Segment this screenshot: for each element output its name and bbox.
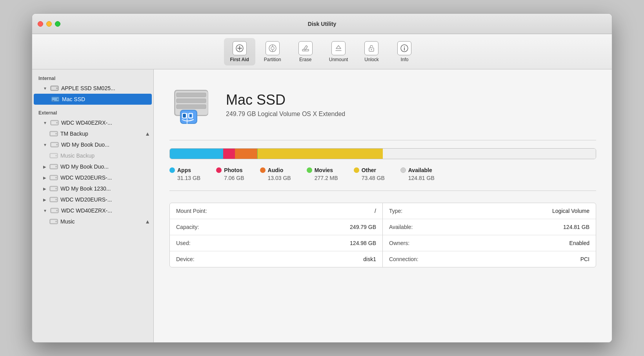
info-col-left: Mount Point: / Capacity: 249.79 GB Used:… bbox=[170, 203, 383, 267]
sidebar: Internal ▼ APPLE SSD SM025... bbox=[32, 69, 154, 342]
sidebar-item-label: WD My Book Duo... bbox=[61, 142, 109, 148]
svg-rect-59 bbox=[183, 114, 186, 118]
available-key: Available: bbox=[389, 224, 413, 230]
sidebar-item-label: TM Backup bbox=[60, 131, 88, 137]
used-val: 124.98 GB bbox=[350, 240, 376, 246]
hard-disk-icon bbox=[49, 163, 58, 170]
traffic-lights bbox=[38, 21, 60, 27]
legend-movies: Movies 277.2 MB bbox=[307, 167, 338, 181]
sidebar-item-wdc-wd40ezrx-1[interactable]: ▼ WDC WD40EZRX-... bbox=[32, 117, 153, 128]
hard-disk-icon bbox=[50, 119, 59, 126]
hard-disk-icon bbox=[49, 174, 58, 181]
sidebar-item-tm-backup[interactable]: TM Backup ▲ bbox=[32, 128, 153, 139]
sidebar-item-wdc-wd20eurs-2[interactable]: ▶ WDC WD20EURS-... bbox=[32, 194, 153, 205]
sidebar-item-label: APPLE SSD SM025... bbox=[61, 85, 115, 91]
svg-point-2 bbox=[271, 47, 274, 50]
volume-icon bbox=[49, 130, 58, 137]
chevron-right-icon: ▶ bbox=[43, 198, 46, 202]
mount-point-val: / bbox=[375, 208, 376, 214]
svg-point-9 bbox=[371, 49, 372, 50]
legend-photos: Photos 7.06 GB bbox=[216, 167, 244, 181]
erase-label: Erase bbox=[299, 57, 311, 62]
external-section-header: External bbox=[32, 108, 153, 117]
chevron-right-icon: ▶ bbox=[43, 176, 46, 180]
storage-legend: Apps 31.13 GB Photos 7.06 GB bbox=[169, 167, 596, 181]
legend-audio: Audio 13.03 GB bbox=[260, 167, 291, 181]
sidebar-item-wd-my-book-duo-1[interactable]: ▼ WD My Book Duo... bbox=[32, 139, 153, 150]
chevron-down-icon: ▼ bbox=[43, 209, 47, 213]
info-row-connection: Connection: PCI bbox=[383, 251, 596, 267]
storage-bar bbox=[169, 148, 596, 159]
info-col-right: Type: Logical Volume Available: 124.81 G… bbox=[383, 203, 596, 267]
svg-rect-52 bbox=[176, 93, 206, 97]
hard-disk-icon bbox=[50, 207, 59, 214]
sidebar-item-wdc-wd40ezrx-2[interactable]: ▼ WDC WD40EZRX-... bbox=[32, 205, 153, 216]
mount-point-key: Mount Point: bbox=[176, 208, 207, 214]
close-button[interactable] bbox=[38, 21, 43, 27]
info-label: Info bbox=[400, 57, 408, 62]
capacity-val: 249.79 GB bbox=[350, 224, 376, 230]
sidebar-item-wd-my-book-1230[interactable]: ▶ WD My Book 1230... bbox=[32, 183, 153, 194]
sidebar-item-music-backup[interactable]: Music Backup bbox=[32, 150, 153, 161]
available-val: 124.81 GB bbox=[563, 224, 589, 230]
unmount-button[interactable]: Unmount bbox=[323, 38, 355, 65]
other-value: 73.48 GB bbox=[354, 175, 385, 181]
hard-disk-icon bbox=[50, 85, 59, 92]
photos-segment bbox=[223, 149, 235, 159]
used-key: Used: bbox=[176, 240, 191, 246]
svg-point-15 bbox=[56, 87, 58, 89]
apps-label: Apps bbox=[177, 167, 191, 173]
movies-value: 277.2 MB bbox=[307, 175, 338, 181]
toolbar: First Aid Partition Erase bbox=[32, 34, 612, 69]
sidebar-item-apple-ssd[interactable]: ▼ APPLE SSD SM025... bbox=[32, 83, 153, 94]
content-panel: Mac SSD 249.79 GB Logical Volume OS X Ex… bbox=[154, 69, 612, 342]
other-label: Other bbox=[362, 167, 376, 173]
audio-value: 13.03 GB bbox=[260, 175, 291, 181]
sidebar-item-music[interactable]: Music ▲ bbox=[32, 216, 153, 227]
audio-dot bbox=[260, 167, 266, 173]
svg-point-34 bbox=[55, 166, 57, 167]
connection-val: PCI bbox=[580, 256, 589, 262]
connection-key: Connection: bbox=[389, 256, 418, 262]
partition-button[interactable]: Partition bbox=[257, 38, 288, 65]
unmount-icon bbox=[331, 41, 346, 55]
first-aid-button[interactable]: First Aid bbox=[224, 38, 255, 65]
sidebar-item-wdc-wd20eurs-1[interactable]: ▶ WDC WD20EURS-... bbox=[32, 172, 153, 183]
info-row-type: Type: Logical Volume bbox=[383, 203, 596, 219]
erase-button[interactable]: Erase bbox=[290, 38, 321, 65]
divider-bottom bbox=[169, 191, 596, 191]
hard-disk-icon bbox=[49, 196, 58, 203]
partition-icon bbox=[266, 41, 280, 55]
sidebar-item-label: Mac SSD bbox=[62, 96, 85, 102]
eject-icon[interactable]: ▲ bbox=[145, 131, 150, 137]
sidebar-item-label: WDC WD20EURS-... bbox=[60, 174, 112, 181]
svg-point-37 bbox=[55, 177, 57, 178]
titlebar: Disk Utility bbox=[32, 14, 612, 34]
svg-point-28 bbox=[56, 144, 58, 145]
hard-disk-icon bbox=[49, 185, 58, 192]
available-dot bbox=[400, 167, 406, 173]
eject-icon[interactable]: ▲ bbox=[145, 218, 150, 225]
minimize-button[interactable] bbox=[46, 21, 52, 27]
svg-rect-53 bbox=[176, 99, 206, 103]
svg-rect-19 bbox=[53, 100, 54, 101]
apps-value: 31.13 GB bbox=[169, 175, 200, 181]
chevron-right-icon: ▶ bbox=[43, 165, 46, 169]
internal-section-header: Internal bbox=[32, 73, 153, 83]
maximize-button[interactable] bbox=[55, 21, 60, 27]
sidebar-item-label: WDC WD40EZRX-... bbox=[61, 207, 112, 214]
main-window: Disk Utility First Aid bbox=[32, 13, 612, 343]
svg-point-31 bbox=[55, 155, 57, 156]
unmount-label: Unmount bbox=[329, 57, 348, 62]
owners-val: Enabled bbox=[569, 240, 589, 246]
info-button[interactable]: Info bbox=[389, 38, 420, 65]
main-area: Internal ▼ APPLE SSD SM025... bbox=[32, 69, 612, 342]
photos-dot bbox=[216, 167, 222, 173]
volume-icon bbox=[51, 96, 60, 103]
device-key: Device: bbox=[176, 256, 195, 262]
sidebar-item-wd-my-book-duo-2[interactable]: ▶ WD My Book Duo... bbox=[32, 161, 153, 172]
info-table: Mount Point: / Capacity: 249.79 GB Used:… bbox=[169, 203, 596, 267]
unlock-button[interactable]: Unlock bbox=[356, 38, 387, 65]
sidebar-item-mac-ssd[interactable]: Mac SSD bbox=[34, 94, 152, 105]
legend-available: Available 124.81 GB bbox=[400, 167, 435, 181]
